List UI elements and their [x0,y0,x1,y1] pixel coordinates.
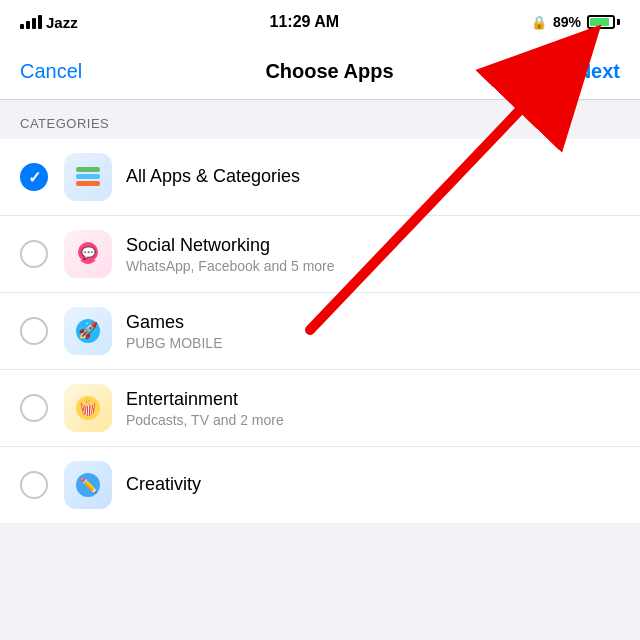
svg-rect-2 [76,167,100,172]
svg-text:💬: 💬 [81,245,96,260]
item-title: Entertainment [126,389,620,410]
cancel-button[interactable]: Cancel [20,60,82,83]
item-text-creativity: Creativity [126,474,620,497]
svg-text:🚀: 🚀 [78,321,98,340]
app-icon-games: 🚀 [64,307,112,355]
time-label: 11:29 AM [270,13,340,31]
item-title: Games [126,312,620,333]
svg-rect-0 [76,181,100,186]
app-icon-entertainment: 🍿 [64,384,112,432]
item-selector-games[interactable] [20,317,48,345]
battery-percentage: 89% [553,14,581,30]
signal-icon [20,15,42,29]
battery-icon [587,15,620,29]
list-item[interactable]: All Apps & Categories [0,139,640,216]
svg-text:🍿: 🍿 [78,398,98,417]
next-button[interactable]: Next [577,60,620,83]
app-icon-social: 💬 [64,230,112,278]
item-text-entertainment: Entertainment Podcasts, TV and 2 more [126,389,620,428]
section-header: CATEGORIES [0,100,640,139]
lock-icon: 🔒 [531,15,547,30]
item-text-social: Social Networking WhatsApp, Facebook and… [126,235,620,274]
item-selector-social[interactable] [20,240,48,268]
item-text-all-apps: All Apps & Categories [126,166,620,189]
svg-rect-1 [76,174,100,179]
item-title: All Apps & Categories [126,166,620,187]
status-left: Jazz [20,14,78,31]
list-item[interactable]: 💬 Social Networking WhatsApp, Facebook a… [0,216,640,293]
status-right: 🔒 89% [531,14,620,30]
carrier-label: Jazz [46,14,78,31]
item-subtitle: PUBG MOBILE [126,335,620,351]
navigation-bar: Cancel Choose Apps Next [0,44,640,100]
item-selector-creativity[interactable] [20,471,48,499]
app-icon-creativity: ✏️ [64,461,112,509]
item-subtitle: WhatsApp, Facebook and 5 more [126,258,620,274]
item-selector-entertainment[interactable] [20,394,48,422]
categories-list: All Apps & Categories 💬 Social Networkin… [0,139,640,523]
item-subtitle: Podcasts, TV and 2 more [126,412,620,428]
item-title: Creativity [126,474,620,495]
item-selector-all-apps[interactable] [20,163,48,191]
list-item[interactable]: ✏️ Creativity [0,447,640,523]
item-title: Social Networking [126,235,620,256]
svg-text:✏️: ✏️ [80,477,98,494]
status-bar: Jazz 11:29 AM 🔒 89% [0,0,640,44]
list-item[interactable]: 🍿 Entertainment Podcasts, TV and 2 more [0,370,640,447]
item-text-games: Games PUBG MOBILE [126,312,620,351]
page-title: Choose Apps [265,60,393,83]
app-icon-all-apps [64,153,112,201]
list-item[interactable]: 🚀 Games PUBG MOBILE [0,293,640,370]
